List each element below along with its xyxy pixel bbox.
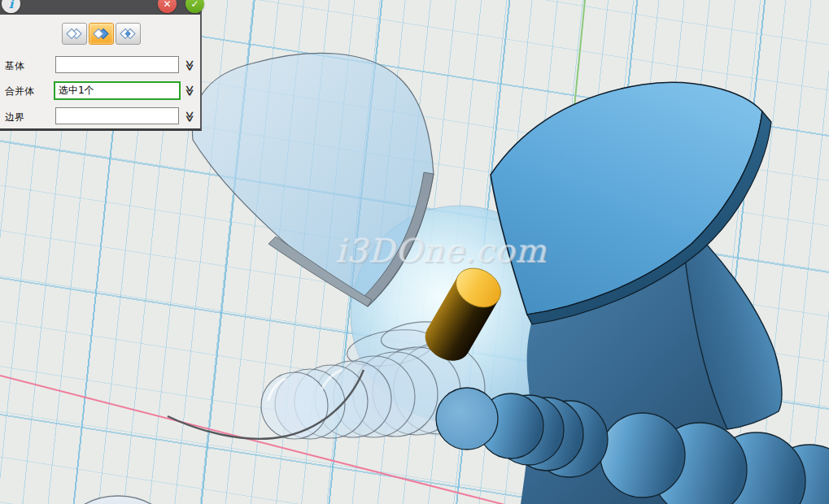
field-row-boundary: 边界 ≫ [0,107,202,127]
intersect-diamonds-icon [119,28,137,40]
base-body-input[interactable] [55,56,179,73]
union-diamonds-icon [65,28,83,40]
boolean-operation-dialog: i ✕ ✓ [0,0,202,131]
confirm-button[interactable]: ✓ [185,0,204,13]
boolean-mode-toolbar [0,23,202,45]
dialog-titlebar[interactable]: i ✕ ✓ [0,0,200,15]
propeller-blade-left[interactable] [192,53,434,306]
field-row-base-body: 基体 ≫ [0,56,202,76]
info-icon[interactable]: i [2,0,20,13]
boolean-union-button[interactable] [62,23,87,45]
base-body-label: 基体 [5,59,24,73]
boolean-intersect-button[interactable] [116,23,141,45]
cancel-button[interactable]: ✕ [158,0,177,13]
boolean-subtract-button[interactable] [89,23,114,45]
field-row-merge-body: 合并体 ≫ [0,81,202,101]
subtract-diamonds-icon [92,28,110,40]
bottom-dome-part[interactable] [56,496,180,504]
merge-body-expand-chevron-icon[interactable]: ≫ [184,83,197,98]
merge-body-input[interactable] [54,81,181,100]
merge-body-label: 合并体 [5,85,34,98]
boundary-input[interactable] [55,107,179,124]
boundary-expand-chevron-icon[interactable]: ≫ [184,109,197,124]
base-body-expand-chevron-icon[interactable]: ≫ [184,58,197,72]
boundary-label: 边界 [5,111,24,124]
cad-app-window: i3DOne.com i ✕ ✓ [0,0,829,504]
